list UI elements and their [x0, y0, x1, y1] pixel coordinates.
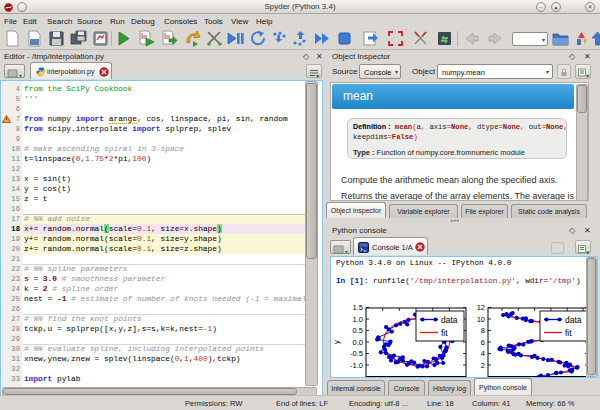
- svg-text:0.5: 0.5: [353, 326, 363, 335]
- svg-text:1.5: 1.5: [353, 303, 363, 312]
- svg-text:fit: fit: [565, 328, 572, 338]
- svg-text:6: 6: [481, 338, 485, 347]
- svg-text:y: y: [332, 340, 341, 344]
- svg-text:12: 12: [477, 303, 485, 312]
- svg-text:2: 2: [481, 361, 485, 370]
- svg-text:4: 4: [481, 349, 485, 358]
- svg-text:1.0: 1.0: [353, 315, 363, 324]
- svg-text:0.0: 0.0: [353, 338, 363, 347]
- svg-text:fit: fit: [441, 328, 448, 338]
- svg-text:10: 10: [477, 315, 485, 324]
- svg-text:data: data: [441, 315, 458, 325]
- svg-text:8: 8: [481, 326, 485, 335]
- svg-text:-1.0: -1.0: [350, 361, 363, 370]
- svg-text:-0.5: -0.5: [350, 349, 363, 358]
- svg-text:data: data: [565, 315, 582, 325]
